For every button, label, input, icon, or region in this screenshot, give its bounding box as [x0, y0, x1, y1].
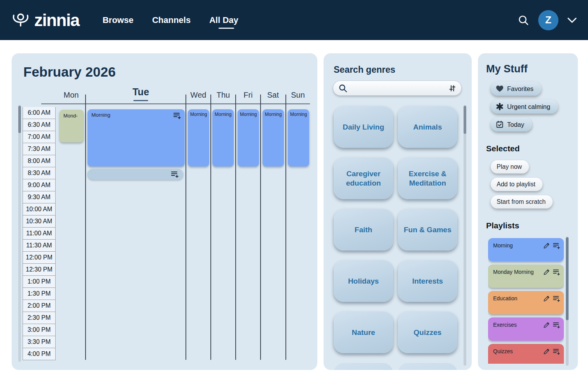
day-header-wed[interactable]: Wed: [191, 91, 206, 100]
edit-pencil-icon[interactable]: [543, 295, 550, 302]
genre-button[interactable]: Exercise & Meditation: [398, 158, 457, 199]
genre-button-label: Daily Living: [343, 123, 384, 132]
time-slot-label: 10:00 AM: [23, 203, 56, 216]
edit-pencil-icon[interactable]: [543, 322, 550, 328]
genre-button[interactable]: Caregiver education: [334, 158, 393, 199]
genre-button-label: Animals: [413, 123, 442, 132]
playlist-item[interactable]: Quizzes: [488, 344, 564, 364]
genre-button[interactable]: Daily Living: [334, 106, 393, 148]
play-now-button[interactable]: Play now: [491, 160, 529, 173]
today-label: Today: [507, 121, 524, 128]
calendar-scrollbar-thumb[interactable]: [18, 106, 21, 133]
playlists-section-title: Playlists: [486, 221, 519, 230]
playlist-add-icon[interactable]: [553, 322, 560, 328]
time-slot-label: 1:00 PM: [23, 275, 56, 288]
start-from-scratch-button[interactable]: Start from scratch: [491, 195, 553, 209]
day-header-tue[interactable]: Tue: [133, 86, 149, 98]
navbar: zinnia Browse Channels All Day Z: [0, 0, 588, 40]
genre-button-partial[interactable]: [398, 363, 457, 370]
playlist-item[interactable]: Monday Morning: [488, 265, 564, 288]
favorites-button[interactable]: Favorites: [491, 82, 541, 96]
genre-button[interactable]: Fun & Games: [398, 209, 457, 251]
genre-search-bar[interactable]: [333, 81, 462, 96]
event-thursday[interactable]: Morning: [212, 109, 234, 166]
event-tuesday[interactable]: Morning: [88, 109, 185, 166]
playlist-add-icon[interactable]: [553, 295, 560, 302]
active-tab-underline: [219, 28, 234, 29]
calendar-panel: February 2026 Mon Tue Wed Thu Fri Sat Su…: [12, 53, 317, 370]
playlist-name: Monday Morning: [493, 269, 534, 275]
genre-scrollbar[interactable]: [464, 105, 466, 366]
filter-sliders-icon[interactable]: [448, 84, 456, 92]
event-wednesday[interactable]: Morning: [188, 109, 209, 166]
edit-pencil-icon[interactable]: [543, 242, 550, 249]
nav-link-all-day[interactable]: All Day: [209, 15, 238, 25]
time-text: 12:30 PM: [26, 266, 52, 273]
avatar-initial: Z: [545, 14, 551, 26]
search-icon[interactable]: [517, 14, 530, 26]
brand-logo[interactable]: zinnia: [11, 11, 79, 30]
genre-button[interactable]: Quizzes: [398, 312, 457, 353]
event-friday[interactable]: Morning: [238, 109, 259, 166]
genre-button[interactable]: Holidays: [334, 260, 393, 302]
time-slot-label: 11:30 AM: [23, 239, 56, 252]
playlist-item[interactable]: Exercises: [488, 317, 564, 341]
add-to-day-button[interactable]: [88, 169, 183, 180]
time-text: 9:00 AM: [28, 182, 51, 189]
edit-pencil-icon[interactable]: [543, 269, 550, 275]
search-icon: [338, 84, 348, 93]
genre-button-partial[interactable]: [334, 363, 393, 370]
genre-button-label: Quizzes: [414, 328, 442, 337]
urgent-calming-button[interactable]: Urgent calming: [491, 100, 558, 114]
genre-button-label: Caregiver education: [339, 169, 388, 188]
day-header-mon[interactable]: Mon: [64, 91, 79, 100]
navbar-right: Z: [517, 0, 577, 40]
time-slot-label: 7:30 AM: [23, 143, 56, 155]
time-text: 11:00 AM: [26, 230, 52, 237]
nav-link-channels[interactable]: Channels: [152, 15, 191, 25]
nav-link-all-day-label: All Day: [209, 15, 238, 25]
genre-button[interactable]: Faith: [334, 209, 393, 251]
event-saturday[interactable]: Morning: [262, 109, 284, 166]
add-to-playlist-label: Add to playlist: [497, 181, 536, 188]
today-button[interactable]: Today: [491, 117, 532, 131]
time-slot-label: 9:30 AM: [23, 191, 56, 203]
genre-button[interactable]: Interests: [398, 260, 457, 302]
calendar-header-line: [41, 103, 310, 104]
genre-button-label: Nature: [352, 328, 375, 337]
chevron-down-icon[interactable]: [567, 17, 577, 23]
event-sunday[interactable]: Morning: [288, 109, 309, 166]
time-text: 10:00 AM: [26, 206, 52, 213]
genre-search-input[interactable]: [351, 85, 448, 92]
day-header-sat[interactable]: Sat: [267, 91, 279, 100]
avatar[interactable]: Z: [538, 10, 558, 30]
day-header-sun[interactable]: Sun: [291, 91, 305, 100]
brand-name: zinnia: [34, 11, 79, 30]
playlists-scrollbar[interactable]: [566, 237, 569, 366]
day-header-thu[interactable]: Thu: [217, 91, 230, 100]
time-slot-label: 8:00 AM: [23, 155, 56, 167]
day-header-fri[interactable]: Fri: [243, 91, 252, 100]
time-text: 1:00 PM: [28, 278, 51, 285]
playlist-add-icon[interactable]: [553, 242, 560, 249]
nav-link-browse[interactable]: Browse: [103, 15, 133, 25]
time-slot-label: 1:30 PM: [23, 287, 56, 300]
genre-button[interactable]: Nature: [334, 312, 393, 353]
calendar-scrollbar[interactable]: [18, 105, 21, 362]
playlist-add-icon[interactable]: [553, 269, 560, 275]
playlist-add-icon[interactable]: [553, 348, 560, 355]
playlist-add-icon[interactable]: [173, 112, 181, 119]
add-to-playlist-button[interactable]: Add to playlist: [491, 178, 542, 191]
time-slot-label: 10:30 AM: [23, 215, 56, 228]
edit-pencil-icon[interactable]: [543, 348, 550, 355]
column-divider: [210, 95, 211, 360]
playlists-scrollbar-thumb[interactable]: [566, 237, 569, 320]
event-monday[interactable]: Mond-: [60, 110, 84, 142]
event-title: Morning: [240, 112, 257, 117]
playlist-item[interactable]: Morning: [488, 238, 564, 261]
playlist-item[interactable]: Education: [488, 291, 564, 314]
genre-button[interactable]: Animals: [398, 106, 457, 148]
column-divider: [285, 95, 286, 360]
genre-scrollbar-thumb[interactable]: [464, 106, 466, 134]
time-text: 6:00 AM: [28, 109, 51, 116]
